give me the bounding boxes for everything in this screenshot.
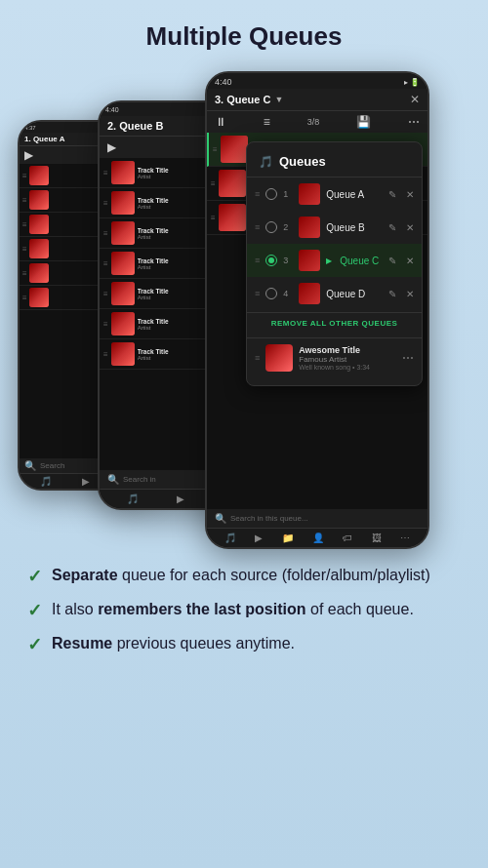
features-list: ✓ Separate queue for each source (folder… (0, 549, 488, 677)
feature-item-3: ✓ Resume previous queues anytime. (27, 633, 461, 655)
search-text: Search (40, 461, 64, 470)
play-indicator-icon: ▶ (326, 256, 332, 265)
drag-icon: ≡ (103, 229, 108, 238)
popup-current-track: ≡ Awesome Title Famous Artist Well known… (247, 337, 422, 377)
remove-all-button[interactable]: REMOVE ALL OTHER QUEUES (247, 312, 422, 334)
drag-icon: ≡ (103, 169, 108, 178)
feature-text-2: It also remembers the last position of e… (52, 599, 414, 620)
track-thumbnail (111, 282, 135, 305)
queue-num: 1 (283, 189, 293, 199)
queue-radio-a[interactable] (265, 188, 277, 200)
drag-icon: ≡ (103, 259, 108, 268)
play-nav-icon[interactable]: ▶ (255, 533, 263, 543)
popup-header: 🎵 Queues (247, 150, 422, 178)
drag-icon: ≡ (22, 294, 27, 302)
feature-item-2: ✓ It also remembers the last position of… (27, 599, 461, 621)
phones-container: 4:37 ▷ 1. Queue A ▶ ≡ ≡ ≡ (0, 61, 488, 549)
more-options-icon[interactable]: ⋯ (402, 351, 414, 365)
remove-icon[interactable]: ✕ (406, 289, 414, 299)
track-thumbnail (29, 215, 49, 234)
tag-nav-icon[interactable]: 🏷 (343, 533, 352, 543)
queue-radio-d[interactable] (265, 288, 277, 299)
drag-icon: ≡ (211, 214, 216, 222)
edit-icon[interactable]: ✎ (388, 256, 396, 266)
phone-1-time: 4:37 (24, 125, 36, 131)
current-track-info: Awesome Title Famous Artist Well known s… (299, 345, 396, 371)
queue-list-item-c[interactable]: ≡ 3 ▶ Queue C ✎ ✕ (247, 244, 422, 277)
popup-title: Queues (279, 154, 326, 169)
queue-radio-b[interactable] (265, 221, 277, 233)
queue-thumbnail (299, 217, 320, 238)
track-thumbnail (219, 204, 246, 231)
pause-icon[interactable]: ⏸ (215, 115, 226, 129)
drag-icon: ≡ (22, 245, 27, 254)
phone-3-screen: 4:40 ▸ 🔋 3. Queue C ▼ ✕ ⏸ ≡ 3/8 💾 (207, 73, 427, 547)
drag-icon: ≡ (213, 145, 218, 154)
edit-icon[interactable]: ✎ (388, 289, 396, 299)
phone-3-queue-header[interactable]: 3. Queue C ▼ ✕ (207, 89, 427, 111)
phone-2-queue-name: 2. Queue B (107, 120, 163, 132)
track-thumbnail (29, 288, 49, 307)
queue-list-item-b[interactable]: ≡ 2 Queue B ✎ ✕ (247, 211, 422, 244)
check-icon-2: ✓ (27, 600, 42, 621)
feature-item-1: ✓ Separate queue for each source (folder… (27, 565, 461, 587)
search-icon: 🔍 (24, 460, 36, 471)
search-text: Search in (123, 475, 156, 484)
folder-nav-icon[interactable]: 📁 (282, 533, 294, 543)
drag-icon: ≡ (22, 172, 27, 180)
queue-thumbnail (299, 183, 320, 205)
more-nav-icon[interactable]: ⋯ (400, 533, 410, 543)
phone-3-search-bar[interactable]: 🔍 Search in this queue... (207, 509, 427, 528)
sort-icon[interactable]: ≡ (264, 115, 270, 129)
drag-icon: ≡ (255, 256, 260, 265)
person-nav-icon[interactable]: 👤 (312, 533, 324, 543)
play-pause-icon: ▶ (107, 140, 116, 154)
drag-icon: ≡ (255, 222, 260, 232)
phone-3-status-bar: 4:40 ▸ 🔋 (207, 73, 427, 89)
phone-3: 4:40 ▸ 🔋 3. Queue C ▼ ✕ ⏸ ≡ 3/8 💾 (205, 71, 429, 549)
remove-icon[interactable]: ✕ (406, 222, 414, 233)
check-icon-1: ✓ (27, 566, 42, 587)
remove-icon[interactable]: ✕ (406, 189, 414, 200)
phone-3-queue-name: 3. Queue C ▼ (215, 94, 283, 105)
play-nav-icon[interactable]: ▶ (177, 493, 184, 504)
close-icon[interactable]: ✕ (410, 93, 420, 106)
current-track-thumbnail (265, 344, 293, 372)
current-track-duration: Well known song • 3:34 (299, 364, 396, 371)
search-icon: 🔍 (107, 474, 119, 485)
edit-icon[interactable]: ✎ (388, 189, 396, 200)
more-icon[interactable]: ⋯ (408, 115, 420, 129)
current-track-artist: Famous Artist (299, 355, 396, 364)
drag-icon: ≡ (103, 320, 108, 329)
queue-label-a: Queue A (326, 189, 383, 200)
page-title: Multiple Queues (0, 0, 488, 61)
drag-icon: ≡ (211, 179, 216, 188)
image-nav-icon[interactable]: 🖼 (372, 533, 382, 543)
track-thumbnail (111, 342, 135, 366)
queue-radio-c[interactable] (265, 255, 277, 266)
edit-icon[interactable]: ✎ (388, 222, 396, 233)
queue-nav-icon[interactable]: 🎵 (127, 493, 139, 504)
search-placeholder: Search in this queue... (230, 514, 308, 523)
queue-label-b: Queue B (326, 222, 383, 233)
drag-icon: ≡ (255, 353, 260, 363)
track-thumbnail (29, 166, 49, 185)
chevron-down-icon: ▼ (274, 95, 283, 104)
queue-nav-icon[interactable]: 🎵 (40, 476, 52, 487)
queue-thumbnail (299, 250, 320, 271)
track-thumbnail (111, 252, 135, 275)
queue-nav-icon[interactable]: 🎵 (224, 533, 236, 543)
phone-3-status-icons: ▸ 🔋 (404, 78, 420, 87)
queue-list-item-a[interactable]: ≡ 1 Queue A ✎ ✕ (247, 178, 422, 211)
play-nav-icon[interactable]: ▶ (82, 476, 90, 487)
queue-list-item-d[interactable]: ≡ 4 Queue D ✎ ✕ (247, 277, 422, 310)
drag-icon: ≡ (255, 189, 260, 199)
remove-icon[interactable]: ✕ (406, 256, 414, 266)
search-icon: 🔍 (215, 513, 226, 524)
track-thumbnail (111, 221, 135, 245)
save-icon[interactable]: 💾 (356, 115, 371, 129)
drag-icon: ≡ (22, 220, 27, 229)
queues-popup: 🎵 Queues ≡ 1 Queue A ✎ ✕ ≡ 2 (246, 141, 423, 386)
track-thumbnail (29, 190, 49, 210)
music-list-icon: 🎵 (259, 155, 273, 169)
